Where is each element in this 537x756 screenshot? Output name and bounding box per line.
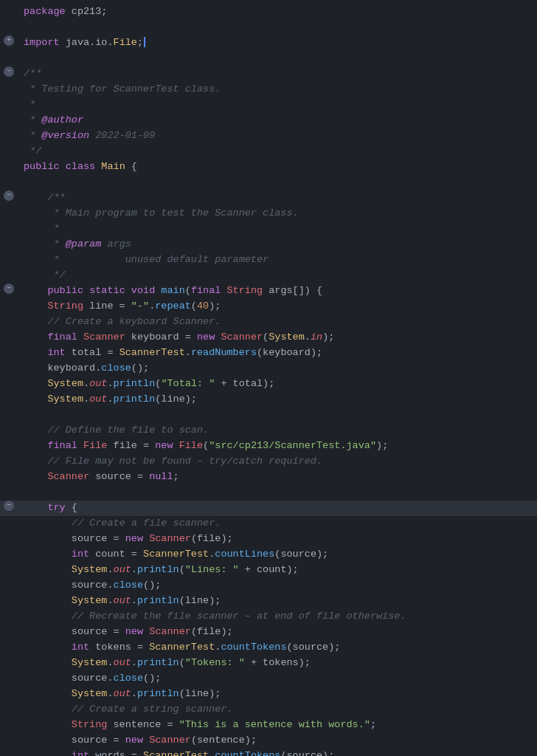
- code-line-26: System.out.println(line);: [0, 392, 537, 408]
- code-text-3: import java.io.File;: [21, 35, 531, 51]
- code-line-10: */: [0, 144, 537, 159]
- code-line-32: [0, 485, 537, 501]
- code-line-22: final Scanner keyboard = new Scanner(Sys…: [0, 330, 537, 346]
- code-text-33: try {: [21, 501, 531, 516]
- code-text-30: // File may not be found – try/catch req…: [21, 454, 531, 470]
- code-text-49: int words = ScannerTest.countTokens(sour…: [21, 749, 531, 756]
- code-line-49: int words = ScannerTest.countTokens(sour…: [0, 749, 537, 756]
- code-line-40: // Recreate the file scanner – at end of…: [0, 609, 537, 625]
- code-line-29: final File file = new File("src/cp213/Sc…: [0, 439, 537, 454]
- code-line-21: // Create a keyboard Scanner.: [0, 315, 537, 330]
- code-line-8: * @author: [0, 113, 537, 128]
- code-line-13: − /**: [0, 190, 537, 206]
- code-text-21: // Create a keyboard Scanner.: [21, 315, 531, 330]
- code-line-11: public class Main {: [0, 159, 537, 175]
- code-line-5: − /**: [0, 66, 537, 82]
- code-line-25: System.out.println("Total: " + total);: [0, 377, 537, 392]
- code-line-12: [0, 175, 537, 190]
- code-line-44: source.close();: [0, 671, 537, 687]
- code-text-36: int count = ScannerTest.countLines(sourc…: [21, 547, 531, 563]
- code-text-2: [21, 20, 531, 35]
- code-text-43: System.out.println("Tokens: " + tokens);: [21, 656, 531, 671]
- code-line-47: String sentence = "This is a sentence wi…: [0, 718, 537, 733]
- code-line-27: [0, 408, 537, 423]
- fold-btn-3[interactable]: +: [4, 35, 14, 46]
- code-line-19: − public static void main(final String a…: [0, 284, 537, 299]
- code-text-1: package cp213;: [21, 4, 531, 20]
- code-text-46: // Create a string scanner.: [21, 702, 531, 718]
- code-line-33: − try {: [0, 501, 537, 516]
- code-text-25: System.out.println("Total: " + total);: [21, 377, 531, 392]
- code-text-17: * unused default parameter: [21, 252, 531, 268]
- code-line-15: *: [0, 221, 537, 237]
- gutter-33: −: [0, 501, 21, 511]
- code-line-46: // Create a string scanner.: [0, 702, 537, 718]
- code-text-40: // Recreate the file scanner – at end of…: [21, 609, 531, 625]
- gutter-5: −: [0, 66, 21, 77]
- code-text-14: * Main program to test the Scanner class…: [21, 206, 531, 221]
- code-line-37: System.out.println("Lines: " + count);: [0, 563, 537, 578]
- code-line-3: + import java.io.File;: [0, 35, 537, 51]
- code-text-32: [21, 485, 531, 501]
- code-line-41: source = new Scanner(file);: [0, 625, 537, 640]
- code-text-10: */: [21, 144, 531, 159]
- code-text-37: System.out.println("Lines: " + count);: [21, 563, 531, 578]
- code-line-24: keyboard.close();: [0, 361, 537, 377]
- code-line-14: * Main program to test the Scanner class…: [0, 206, 537, 221]
- code-line-1: package cp213;: [0, 4, 537, 20]
- code-text-48: source = new Scanner(sentence);: [21, 733, 531, 749]
- code-text-35: source = new Scanner(file);: [21, 532, 531, 547]
- code-line-31: Scanner source = null;: [0, 470, 537, 485]
- code-text-22: final Scanner keyboard = new Scanner(Sys…: [21, 330, 531, 346]
- code-line-18: */: [0, 268, 537, 284]
- code-line-2: [0, 20, 537, 35]
- code-text-5: /**: [21, 66, 531, 82]
- code-line-9: * @version 2022-01-09: [0, 128, 537, 144]
- fold-btn-33[interactable]: −: [4, 501, 14, 511]
- gutter-13: −: [0, 190, 21, 201]
- fold-btn-13[interactable]: −: [4, 190, 14, 201]
- code-text-15: *: [21, 221, 531, 237]
- code-line-43: System.out.println("Tokens: " + tokens);: [0, 656, 537, 671]
- fold-btn-19[interactable]: −: [4, 284, 14, 294]
- code-line-23: int total = ScannerTest.readNumbers(keyb…: [0, 346, 537, 361]
- code-text-47: String sentence = "This is a sentence wi…: [21, 718, 531, 733]
- code-text-38: source.close();: [21, 578, 531, 594]
- code-text-16: * @param args: [21, 237, 531, 252]
- code-text-8: * @author: [21, 113, 531, 128]
- fold-btn-5[interactable]: −: [4, 66, 14, 77]
- code-text-23: int total = ScannerTest.readNumbers(keyb…: [21, 346, 531, 361]
- code-text-24: keyboard.close();: [21, 361, 531, 377]
- code-text-29: final File file = new File("src/cp213/Sc…: [21, 439, 531, 454]
- code-line-34: // Create a file scanner.: [0, 516, 537, 532]
- code-text-41: source = new Scanner(file);: [21, 625, 531, 640]
- code-line-45: System.out.println(line);: [0, 687, 537, 702]
- code-line-16: * @param args: [0, 237, 537, 252]
- code-line-42: int tokens = ScannerTest.countTokens(sou…: [0, 640, 537, 656]
- code-text-12: [21, 175, 531, 190]
- code-text-42: int tokens = ScannerTest.countTokens(sou…: [21, 640, 531, 656]
- code-text-34: // Create a file scanner.: [21, 516, 531, 532]
- code-text-28: // Define the file to scan.: [21, 423, 531, 439]
- code-line-35: source = new Scanner(file);: [0, 532, 537, 547]
- code-line-28: // Define the file to scan.: [0, 423, 537, 439]
- code-text-18: */: [21, 268, 531, 284]
- gutter-19: −: [0, 284, 21, 294]
- code-line-20: String line = "-".repeat(40);: [0, 299, 537, 315]
- code-text-19: public static void main(final String arg…: [21, 284, 531, 299]
- code-text-26: System.out.println(line);: [21, 392, 531, 408]
- code-line-39: System.out.println(line);: [0, 594, 537, 609]
- code-line-17: * unused default parameter: [0, 252, 537, 268]
- code-text-4: [21, 51, 531, 66]
- code-text-27: [21, 408, 531, 423]
- code-text-7: *: [21, 97, 531, 113]
- code-text-9: * @version 2022-01-09: [21, 128, 531, 144]
- code-text-44: source.close();: [21, 671, 531, 687]
- code-line-38: source.close();: [0, 578, 537, 594]
- code-line-6: * Testing for ScannerTest class.: [0, 82, 537, 97]
- code-editor: package cp213; + import java.io.File; − …: [0, 0, 537, 756]
- code-line-48: source = new Scanner(sentence);: [0, 733, 537, 749]
- code-line-4: [0, 51, 537, 66]
- code-text-11: public class Main {: [21, 159, 531, 175]
- code-text-39: System.out.println(line);: [21, 594, 531, 609]
